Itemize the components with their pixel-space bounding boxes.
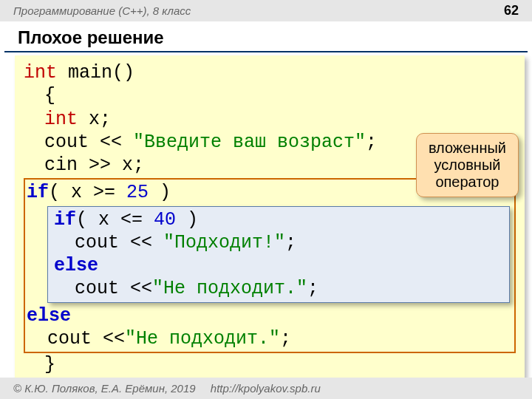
code-line: int x; [24,108,516,131]
inner-if-block: if( x <= 40 ) cout << "Подходит!"; else … [47,206,510,303]
callout-line: условный [429,157,506,174]
code-line: else [54,254,505,277]
code-line: int main() [24,61,516,84]
code-block: int main() { int x; cout << "Введите ваш… [15,55,525,382]
footer-link[interactable]: http://kpolyakov.spb.ru [211,382,321,395]
code-line: } [24,353,516,376]
code-line: else [27,304,510,327]
header-bar: Программирование (C++), 8 класс 62 [0,0,532,21]
callout-box: вложенный условный оператор [416,133,519,197]
copyright-text: © К.Ю. Поляков, Е.А. Ерёмин, 2019 [13,382,196,395]
outer-if-block: if( x >= 25 ) if( x <= 40 ) cout << "Под… [24,178,516,353]
code-line: cout << "Подходит!"; [54,231,505,254]
code-line: if( x <= 40 ) [54,208,505,231]
course-title: Программирование (C++), 8 класс [13,4,191,17]
code-line: { [24,84,516,107]
callout-line: вложенный [429,140,506,157]
code-line: cout <<"Не подходит."; [54,277,505,300]
code-line: cout <<"Не подходит."; [27,327,510,350]
slide-title: Плохое решение [4,21,528,52]
callout-line: оператор [429,174,506,191]
footer-bar: © К.Ю. Поляков, Е.А. Ерёмин, 2019 http:/… [0,378,532,399]
page-number: 62 [504,3,519,18]
